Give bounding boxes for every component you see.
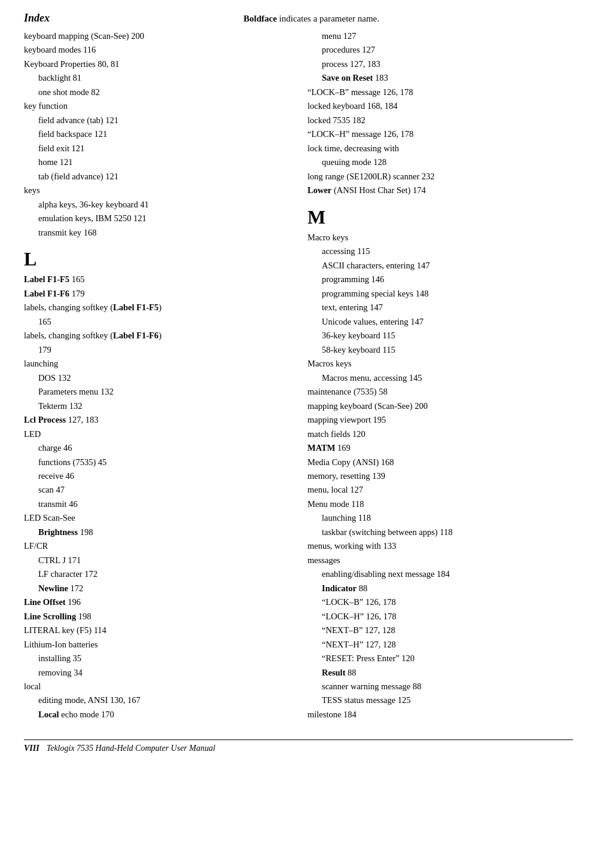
index-entry: Line Scrolling 198 — [24, 610, 290, 623]
index-entry: 165 — [24, 315, 290, 328]
index-entry: Macros keys — [307, 357, 573, 370]
index-entry: 36-key keyboard 115 — [307, 329, 573, 342]
index-entry: Brightness 198 — [24, 525, 290, 539]
index-entry: Result 88 — [307, 666, 573, 679]
header-note: Boldface indicates a parameter name. — [62, 14, 561, 24]
index-entry: LITERAL key (F5) 114 — [24, 624, 290, 637]
index-entry: keys — [24, 184, 290, 197]
index-entry: menus, working with 133 — [307, 539, 573, 552]
index-entry: CTRL J 171 — [24, 554, 290, 567]
index-entry: tab (field advance) 121 — [24, 170, 290, 183]
index-entry: backlight 81 — [24, 71, 290, 84]
index-entry: match fields 120 — [307, 427, 573, 441]
columns-wrapper: keyboard mapping (Scan-See) 200keyboard … — [24, 29, 573, 722]
index-entry: LED Scan-See — [24, 511, 290, 524]
index-entry: scan 47 — [24, 483, 290, 496]
index-entry: home 121 — [24, 155, 290, 169]
index-entry: alpha keys, 36-key keyboard 41 — [24, 198, 290, 211]
index-entry: Macros menu, accessing 145 — [307, 371, 573, 384]
index-entry: transmit key 168 — [24, 226, 290, 239]
index-entry: Local echo mode 170 — [24, 708, 290, 721]
index-entry: Label F1-F6 179 — [24, 287, 290, 300]
index-entry: Save on Reset 183 — [307, 71, 573, 84]
index-entry: field exit 121 — [24, 142, 290, 155]
index-title: Index — [24, 12, 50, 25]
index-entry: long range (SE1200LR) scanner 232 — [307, 170, 573, 183]
index-entry: TESS status message 125 — [307, 693, 573, 707]
page-footer: VIII Teklogix 7535 Hand-Held Computer Us… — [24, 739, 573, 753]
index-entry: labels, changing softkey (Label F1-F5) — [24, 301, 290, 314]
index-entry: Unicode values, entering 147 — [307, 315, 573, 328]
footer-text: Teklogix 7535 Hand-Held Computer User Ma… — [47, 744, 215, 753]
right-column: menu 127procedures 127process 127, 183Sa… — [307, 29, 573, 722]
index-entry: text, entering 147 — [307, 301, 573, 314]
index-entry: LED — [24, 427, 290, 441]
index-entry: “LOCK–H” message 126, 178 — [307, 127, 573, 140]
index-entry: enabling/disabling next message 184 — [307, 567, 573, 580]
index-entry: 58-key keyboard 115 — [307, 343, 573, 356]
index-entry: menu 127 — [307, 29, 573, 42]
index-entry: launching — [24, 357, 290, 370]
index-entry: local — [24, 680, 290, 693]
index-entry: milestone 184 — [307, 708, 573, 721]
index-entry: “LOCK–B” message 126, 178 — [307, 85, 573, 99]
index-entry: charge 46 — [24, 441, 290, 454]
index-entry: LF character 172 — [24, 567, 290, 580]
index-entry: “NEXT–B” 127, 128 — [307, 624, 573, 637]
index-entry: memory, resetting 139 — [307, 469, 573, 482]
index-entry: Macro keys — [307, 231, 573, 244]
index-entry: Media Copy (ANSI) 168 — [307, 456, 573, 469]
index-entry: programming 146 — [307, 273, 573, 286]
index-entry: emulation keys, IBM 5250 121 — [24, 212, 290, 225]
index-entry: labels, changing softkey (Label F1-F6) — [24, 329, 290, 342]
left-column: keyboard mapping (Scan-See) 200keyboard … — [24, 29, 290, 722]
section-header: M — [307, 206, 573, 228]
index-entry: menu, local 127 — [307, 483, 573, 496]
index-entry: taskbar (switching between apps) 118 — [307, 525, 573, 539]
index-entry: key function — [24, 99, 290, 112]
index-entry: mapping keyboard (Scan-See) 200 — [307, 399, 573, 412]
index-entry: accessing 115 — [307, 244, 573, 258]
section-header: L — [24, 247, 290, 270]
index-entry: locked keyboard 168, 184 — [307, 99, 573, 112]
page-header: Index Boldface indicates a parameter nam… — [24, 12, 573, 25]
index-entry: field advance (tab) 121 — [24, 114, 290, 127]
index-entry: Line Offset 196 — [24, 595, 290, 609]
index-entry: ASCII characters, entering 147 — [307, 259, 573, 272]
index-entry: process 127, 183 — [307, 57, 573, 71]
index-entry: LF/CR — [24, 539, 290, 552]
index-entry: transmit 46 — [24, 497, 290, 511]
index-entry: “RESET: Press Enter” 120 — [307, 652, 573, 665]
index-entry: Lithium-Ion batteries — [24, 638, 290, 651]
index-entry: Parameters menu 132 — [24, 385, 290, 398]
index-entry: locked 7535 182 — [307, 114, 573, 127]
index-entry: Menu mode 118 — [307, 497, 573, 511]
index-entry: Label F1-F5 165 — [24, 273, 290, 286]
index-entry: Keyboard Properties 80, 81 — [24, 57, 290, 71]
index-entry: Lower (ANSI Host Char Set) 174 — [307, 184, 573, 197]
index-entry: mapping viewport 195 — [307, 413, 573, 426]
index-entry: messages — [307, 554, 573, 567]
header-note-rest: indicates a parameter name. — [277, 14, 379, 23]
index-entry: “NEXT–H” 127, 128 — [307, 638, 573, 651]
index-entry: field backspace 121 — [24, 127, 290, 140]
index-entry: 179 — [24, 343, 290, 356]
index-entry: keyboard modes 116 — [24, 43, 290, 56]
index-entry: procedures 127 — [307, 43, 573, 56]
index-entry: scanner warning message 88 — [307, 680, 573, 693]
index-entry: installing 35 — [24, 652, 290, 665]
index-entry: MATM 169 — [307, 441, 573, 454]
index-entry: launching 118 — [307, 511, 573, 524]
boldface-word: Boldface — [243, 14, 277, 23]
index-entry: one shot mode 82 — [24, 85, 290, 99]
index-entry: Lcl Process 127, 183 — [24, 413, 290, 426]
index-entry: editing mode, ANSI 130, 167 — [24, 693, 290, 707]
index-entry: lock time, decreasing with — [307, 142, 573, 155]
index-entry: receive 46 — [24, 469, 290, 482]
index-entry: Tekterm 132 — [24, 399, 290, 412]
index-entry: Newline 172 — [24, 582, 290, 595]
index-entry: functions (7535) 45 — [24, 456, 290, 469]
index-entry: queuing mode 128 — [307, 155, 573, 169]
index-entry: DOS 132 — [24, 371, 290, 384]
index-entry: removing 34 — [24, 666, 290, 679]
